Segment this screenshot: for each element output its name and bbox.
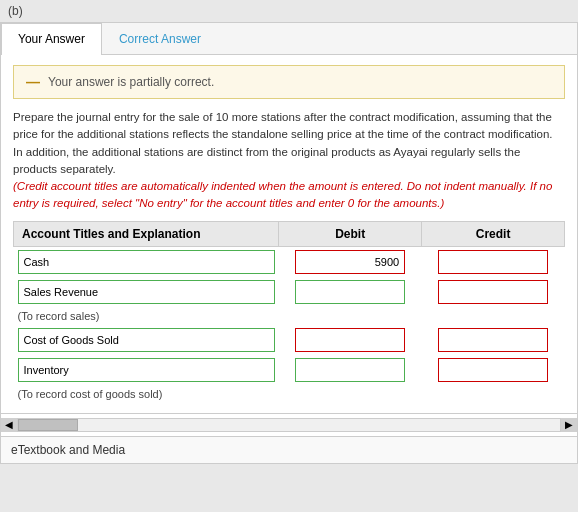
instructions: Prepare the journal entry for the sale o… xyxy=(13,109,565,213)
credit-input-2[interactable] xyxy=(438,280,548,304)
account-col xyxy=(14,246,279,277)
credit-input-4[interactable] xyxy=(438,358,548,382)
content-area: — Your answer is partially correct. Prep… xyxy=(1,55,577,413)
debit-col xyxy=(279,325,422,355)
dash-icon: — xyxy=(26,74,40,90)
note-text-1: (To record sales) xyxy=(14,307,565,325)
footer-label: eTextbook and Media xyxy=(11,443,125,457)
table-row xyxy=(14,355,565,385)
notice-text: Your answer is partially correct. xyxy=(48,75,214,89)
debit-input-4[interactable] xyxy=(295,358,405,382)
account-input-4[interactable] xyxy=(18,358,275,382)
col-header-debit: Debit xyxy=(279,221,422,246)
note-text-2: (To record cost of goods sold) xyxy=(14,385,565,403)
credit-input-3[interactable] xyxy=(438,328,548,352)
credit-col xyxy=(422,355,565,385)
scroll-track[interactable] xyxy=(17,418,561,432)
debit-input-1[interactable] xyxy=(295,250,405,274)
col-header-account: Account Titles and Explanation xyxy=(14,221,279,246)
credit-input-1[interactable] xyxy=(438,250,548,274)
account-input-3[interactable] xyxy=(18,328,275,352)
scroll-thumb xyxy=(18,419,78,431)
partial-notice: — Your answer is partially correct. xyxy=(13,65,565,99)
scroll-right-arrow[interactable]: ▶ xyxy=(561,418,577,432)
account-col xyxy=(14,277,279,307)
journal-table: Account Titles and Explanation Debit Cre… xyxy=(13,221,565,403)
col-header-credit: Credit xyxy=(422,221,565,246)
account-col xyxy=(14,355,279,385)
note-row: (To record cost of goods sold) xyxy=(14,385,565,403)
table-row xyxy=(14,277,565,307)
account-col xyxy=(14,325,279,355)
credit-col xyxy=(422,325,565,355)
instructions-main: Prepare the journal entry for the sale o… xyxy=(13,111,553,175)
debit-input-3[interactable] xyxy=(295,328,405,352)
account-input-2[interactable] xyxy=(18,280,275,304)
table-row xyxy=(14,325,565,355)
footer-bar: eTextbook and Media xyxy=(1,436,577,463)
top-label: (b) xyxy=(0,0,578,22)
note-row: (To record sales) xyxy=(14,307,565,325)
table-row xyxy=(14,246,565,277)
tabs: Your Answer Correct Answer xyxy=(1,23,577,55)
scrollbar-area: ◀ ▶ xyxy=(1,413,577,436)
debit-col xyxy=(279,246,422,277)
credit-col xyxy=(422,277,565,307)
tab-your-answer[interactable]: Your Answer xyxy=(1,23,102,55)
debit-input-2[interactable] xyxy=(295,280,405,304)
debit-col xyxy=(279,355,422,385)
scroll-left-arrow[interactable]: ◀ xyxy=(1,418,17,432)
debit-col xyxy=(279,277,422,307)
tab-correct-answer[interactable]: Correct Answer xyxy=(102,23,218,54)
account-input-1[interactable] xyxy=(18,250,275,274)
instructions-red: (Credit account titles are automatically… xyxy=(13,180,552,209)
main-container: Your Answer Correct Answer — Your answer… xyxy=(0,22,578,464)
credit-col xyxy=(422,246,565,277)
